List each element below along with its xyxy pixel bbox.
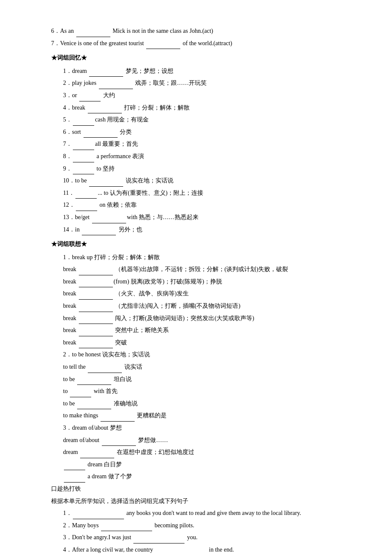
section-cizuhuiyi-header: ★词组回忆★ (51, 52, 358, 64)
blank-v8 (73, 156, 94, 162)
blank-v4 (88, 107, 122, 113)
blank-v13 (92, 217, 126, 223)
vocab-14: 14．in 另外；也 (51, 224, 358, 236)
vocab-3: 3．or 大约 (51, 90, 358, 101)
vocab-7: 7．all 最重要；首先 (51, 139, 358, 150)
assoc-1-1: break （机器等)出故障，不运转；拆毁；分解；(谈判或计划)失败，破裂 (51, 264, 358, 275)
blank-a3-2 (80, 451, 114, 458)
blank-a1-6 (79, 330, 113, 336)
blank-v2 (99, 82, 133, 89)
vocab-2: 2．play jokes 戏弄；取笑；跟……开玩笑 (51, 78, 358, 89)
assoc-2-title: 2．to be honest 说实在地；实话说 (51, 349, 358, 361)
line-7: 7．Venice is one of the greatest tourist … (51, 38, 358, 49)
assoc-1-3: break （火灾、战争、疾病等)发生 (51, 288, 358, 300)
vocab-4: 4．break 打碎；分裂；解体；解散 (51, 102, 358, 114)
blank-e4 (156, 549, 207, 555)
section-exercise-intro-title: 口趁热打铁 (51, 483, 358, 495)
assoc-3-1: dream of/about 梦想做…… (51, 435, 358, 446)
blank-a2-3 (70, 390, 91, 397)
blank-a1-2 (79, 280, 113, 287)
assoc-1-4: break （尤指非法)闯入；打断，插嘴(不及物动词短语) (51, 301, 358, 312)
section-cizuliangxiang-header: ★词组联想★ (51, 239, 358, 250)
blank-v14 (82, 228, 116, 235)
vocab-11: 11．... to 认为有(重要性、意义)；附上；连接 (51, 188, 358, 199)
blank-v9 (73, 168, 94, 174)
blank-a2-5 (101, 415, 135, 422)
exercise-3: 3．Don't be angry.I was just you. (51, 532, 358, 543)
blank-v6 (84, 131, 118, 138)
vocab-9: 9． to 坚持 (51, 163, 358, 175)
main-content: 6．As an Mick is not in the same class as… (51, 26, 358, 555)
blank-e1 (73, 512, 124, 519)
exercise-1: 1． any books you don't want to read and … (51, 508, 358, 519)
assoc-1-title: 1．break up 打碎；分裂；解体；解散 (51, 252, 358, 263)
blank-a2-1 (88, 366, 122, 373)
blank-e2 (101, 524, 152, 531)
assoc-2-3: to with 首先 (51, 386, 358, 397)
blank-v10 (89, 180, 123, 187)
blank-v5 (73, 119, 94, 126)
section-exercise-intro: 根据本单元所学知识，选择适当的词组完成下列句子 (51, 496, 358, 507)
blank-a1-1 (79, 269, 113, 275)
blank-e3 (133, 537, 184, 543)
assoc-3-title: 3．dream of/about 梦想 (51, 422, 358, 434)
blank-a1-3 (79, 293, 113, 300)
blank-a3-3 (64, 463, 85, 470)
vocab-5: 5．cash 用现金；有现金 (51, 114, 358, 126)
assoc-2-2: to be 坦白说 (51, 374, 358, 385)
assoc-2-4: to be 准确地说 (51, 398, 358, 410)
exercise-4: 4．After a long civil war, the country in… (51, 544, 358, 555)
blank-a3-1 (102, 439, 136, 446)
blank-v3 (79, 95, 101, 101)
assoc-3-3: dream 白日梦 (51, 459, 358, 471)
assoc-1-5: break 闯入；打断(及物动词短语)；突然发出(大笑或歌声等) (51, 313, 358, 324)
blank-v1 (89, 70, 123, 77)
line-6: 6．As an Mick is not in the same class as… (51, 26, 358, 37)
blank-v12 (76, 204, 97, 211)
blank-a1-7 (79, 341, 113, 348)
assoc-1-2: break (from) 脱离(政党等)；打破(陈规等)；挣脱 (51, 276, 358, 288)
vocab-10: 10．to be 说实在地；实话说 (51, 175, 358, 187)
vocab-13: 13．be/get with 熟悉；与……熟悉起来 (51, 212, 358, 223)
blank-a2-4 (77, 402, 111, 409)
assoc-3-2: dream 在遐想中虚度；幻想似地度过 (51, 447, 358, 458)
assoc-2-1: to tell the 说实话 (51, 361, 358, 373)
assoc-3-4: a dream 做了个梦 (51, 471, 358, 483)
blank-v11 (75, 192, 97, 199)
vocab-8: 8． a performance 表演 (51, 151, 358, 162)
exercise-2: 2．Many boys becoming pilots. (51, 520, 358, 532)
blank-v7 (73, 143, 94, 150)
blank-a1-5 (79, 317, 113, 324)
vocab-1: 1．dream 梦见；梦想；设想 (51, 66, 358, 77)
vocab-12: 12． on 依赖；依靠 (51, 199, 358, 211)
blank-a2-2 (77, 378, 111, 385)
assoc-2-5: to make things 更糟糕的是 (51, 410, 358, 422)
blank-6-1 (76, 30, 110, 37)
blank-7-1 (146, 42, 180, 49)
blank-a1-4 (79, 305, 113, 312)
blank-a3-4 (64, 476, 85, 483)
vocab-6: 6．sort 分类 (51, 127, 358, 138)
assoc-1-6: break 突然中止；断绝关系 (51, 325, 358, 336)
assoc-1-7: break 突破 (51, 337, 358, 349)
